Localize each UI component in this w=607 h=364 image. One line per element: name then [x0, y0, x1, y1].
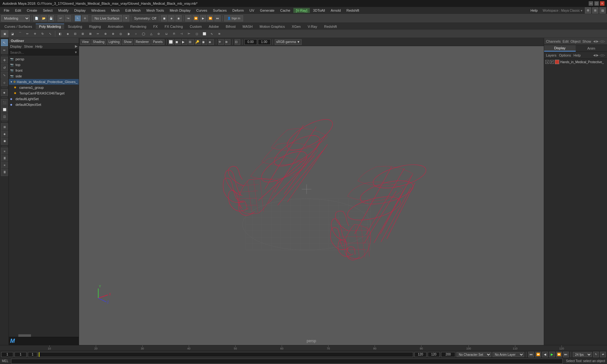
soften-icon[interactable]: ≋ — [216, 30, 223, 37]
layers-menu[interactable]: Layers — [546, 53, 556, 57]
tab-curves-surfaces[interactable]: Curves / Surfaces — [1, 24, 35, 29]
vp-playblast[interactable]: ▶ — [182, 39, 187, 45]
menu-generate[interactable]: Generate — [257, 8, 277, 13]
scale-icon[interactable]: ⤡ — [47, 30, 54, 37]
outliner-display-menu[interactable]: Display — [10, 45, 21, 48]
menu-mesh-tools[interactable]: Mesh Tools — [144, 8, 166, 13]
play-btn[interactable]: ▶ — [549, 352, 555, 357]
layer-btn4[interactable]: ≣ — [1, 169, 8, 176]
poke-icon[interactable]: ◎ — [117, 30, 124, 37]
menu-display[interactable]: Display — [72, 8, 88, 13]
mirror-icon[interactable]: ⊣ — [178, 30, 185, 37]
menu-surfaces[interactable]: Surfaces — [211, 8, 229, 13]
reduce-icon[interactable]: △ — [148, 30, 155, 37]
range-end-input[interactable] — [441, 352, 455, 357]
vp-select-mode[interactable]: ◼ — [175, 39, 181, 45]
vp-panels-menu[interactable]: Panels — [151, 39, 164, 45]
vp-snap-grid[interactable]: ⊡ — [235, 39, 240, 45]
maximize-button[interactable]: □ — [594, 1, 599, 6]
menu-3dtoall[interactable]: 3DToAll — [310, 8, 328, 13]
go-end-btn[interactable]: ⏭ — [563, 352, 569, 357]
tab-redshift[interactable]: Redshift — [321, 24, 340, 29]
menu-modify[interactable]: Modify — [56, 8, 71, 13]
layer-color-swatch[interactable] — [555, 60, 559, 64]
outliner-show-menu[interactable]: Show — [24, 45, 33, 48]
wireframe-btn[interactable]: ⊞ — [1, 124, 8, 130]
select-mode-comp[interactable]: ◪ — [9, 30, 16, 37]
vp-lighting-menu[interactable]: Lighting — [107, 39, 121, 45]
no-live-surface-btn[interactable]: No Live Surface — [92, 15, 122, 21]
anim-btn1[interactable]: ⏮ — [185, 15, 192, 21]
tab-rigging[interactable]: Rigging — [86, 24, 104, 29]
ch-icon2[interactable]: ▶ — [596, 39, 599, 43]
combine-icon[interactable]: ⊔ — [163, 30, 170, 37]
menu-redshift[interactable]: Redshift — [344, 8, 362, 13]
menu-create[interactable]: Create — [24, 8, 40, 13]
tree-item-persp[interactable]: 📷 persp — [9, 56, 79, 62]
layer-icon3[interactable]: ◁ — [599, 53, 602, 57]
viewport-content[interactable]: X Y Z persp — [79, 46, 544, 345]
menu-help[interactable]: Help — [528, 8, 540, 13]
snap-tool[interactable]: ◈ — [1, 89, 8, 96]
timeline-ruler[interactable]: 102030405060708090100110120 — [0, 345, 607, 351]
vp-gamma-btn[interactable]: sRGB gamma ▼ — [275, 39, 302, 45]
menu-file[interactable]: File — [1, 8, 12, 13]
render-icon1[interactable]: ◼ — [161, 15, 167, 21]
frame-anim-end-input[interactable] — [414, 352, 426, 357]
outliner-collapse[interactable]: ▶ — [75, 44, 77, 48]
symmetry-icon[interactable]: ⊢ — [186, 30, 193, 37]
rotate-icon[interactable]: ↻ — [39, 30, 46, 37]
menu-vray[interactable]: [V-Ray] — [293, 8, 310, 13]
tab-fx[interactable]: FX — [150, 24, 161, 29]
outliner-search-input[interactable] — [10, 51, 58, 54]
vp-show-menu[interactable]: Show — [122, 39, 133, 45]
tree-item-tempcam[interactable]: ✱ TempCamFBXASC046Target — [9, 90, 79, 96]
vp-key[interactable]: 🔑 — [195, 39, 201, 45]
smooth-icon[interactable]: ◯ — [140, 30, 147, 37]
ch-channels-menu[interactable]: Channels — [546, 39, 561, 43]
menu-windows[interactable]: Windows — [89, 8, 108, 13]
minimize-button[interactable]: ─ — [589, 1, 593, 6]
layer-p-check[interactable]: P — [550, 60, 554, 64]
outliner-scroll-thumb[interactable] — [18, 334, 31, 337]
ch-tab-anim[interactable]: Anim — [576, 46, 607, 51]
lasso-select[interactable]: ⌒ — [16, 30, 23, 37]
boolean-icon[interactable]: ⊖ — [155, 30, 162, 37]
frame-start-input[interactable] — [1, 352, 13, 357]
paint-tool[interactable]: ✏ — [1, 47, 8, 54]
sign-in-btn[interactable]: 👤 Sign In — [224, 15, 243, 21]
settings-icon[interactable]: ⚙ — [585, 7, 591, 14]
vp-frame[interactable]: ⊞ — [188, 39, 194, 45]
scale-tool[interactable]: ⤡ — [1, 72, 8, 79]
tab-custom[interactable]: Custom — [187, 24, 205, 29]
vp-y-input[interactable] — [258, 39, 271, 45]
outliner-help-menu[interactable]: Help — [35, 45, 43, 48]
menu-curves[interactable]: Curves — [194, 8, 210, 13]
ch-icon1[interactable]: ◀ — [593, 39, 596, 43]
tree-item-camera-group[interactable]: ✱ camera1_group — [9, 85, 79, 90]
module-selector[interactable]: Modeling — [1, 15, 30, 21]
redo-btn[interactable]: ↪ — [65, 15, 71, 21]
ping-pong-btn[interactable]: ⇄ — [600, 352, 606, 357]
loop-btn[interactable]: ↻ — [593, 352, 599, 357]
offset-loop-icon[interactable]: ⊠ — [87, 30, 94, 37]
close-button[interactable]: ✕ — [600, 1, 604, 6]
rotate-tool[interactable]: ↺ — [1, 64, 8, 71]
tab-adobe[interactable]: Adobe — [205, 24, 222, 29]
menu-arnold[interactable]: Arnold — [328, 8, 343, 13]
new-file-btn[interactable]: 📄 — [33, 15, 40, 21]
timeline-bar[interactable] — [39, 352, 413, 357]
menu-deform[interactable]: Deform — [230, 8, 246, 13]
menu-cache[interactable]: Cache — [278, 8, 293, 13]
menu-edit-mesh[interactable]: Edit Mesh — [123, 8, 143, 13]
quad-draw-icon[interactable]: ⬜ — [201, 30, 208, 37]
select-tool[interactable]: ↖ — [1, 39, 8, 46]
move-icon[interactable]: ✛ — [32, 30, 39, 37]
menu-select[interactable]: Select — [40, 8, 55, 13]
view-icon[interactable]: ▤ — [599, 7, 606, 14]
frame-end-input[interactable] — [428, 352, 440, 357]
frame-current-input[interactable] — [15, 352, 27, 357]
vp-transform-icon[interactable]: ✛ — [218, 39, 224, 45]
select-mode-obj[interactable]: ▣ — [1, 30, 8, 37]
tree-item-side[interactable]: 📷 side — [9, 73, 79, 79]
